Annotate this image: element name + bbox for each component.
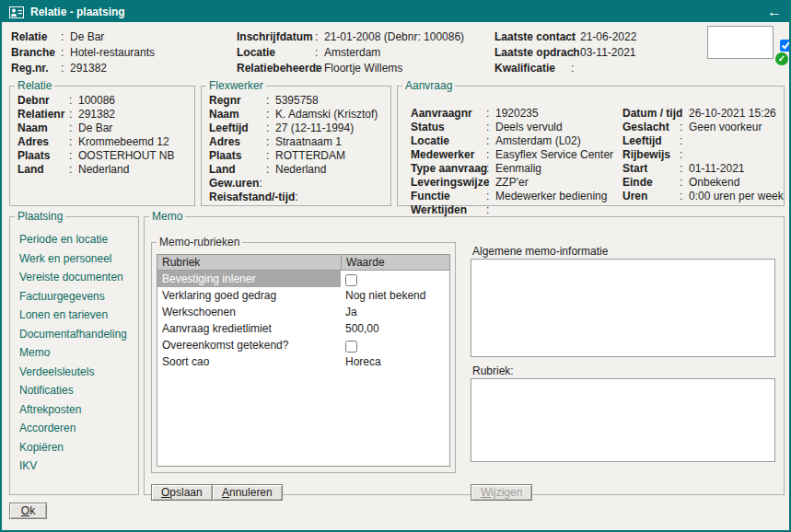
info-value: De Bar xyxy=(70,29,104,45)
table-row[interactable]: Overeenkomst getekend? xyxy=(157,337,449,353)
info-label: Status xyxy=(411,121,486,134)
header-column-3: Laatste contact:21-06-2022 Laatste opdra… xyxy=(494,29,636,76)
info-value: Nederland xyxy=(78,163,129,177)
info-row: Naam:K. Adamski (Krisztof) xyxy=(202,108,390,121)
plaatsing-item-notificaties[interactable]: Notificaties xyxy=(10,381,138,400)
plaatsing-item-documentafhandeling[interactable]: Documentafhandeling xyxy=(10,325,138,344)
info-row: Aanvraagnr:1920235 xyxy=(403,107,613,121)
header-column-2: Inschrijfdatum:21-01-2008 (Debnr: 100086… xyxy=(237,29,464,76)
info-label: Reg.nr. xyxy=(11,61,61,76)
info-value: 01-11-2021 xyxy=(689,162,745,176)
info-label: Naam xyxy=(17,121,69,135)
relatie-plaatsing-window: Relatie - plaatsing ← Relatie:De Bar Bra… xyxy=(0,0,791,532)
table-row[interactable]: Soort cao Horeca xyxy=(157,353,449,370)
info-row: Leeftijd:27 (12-11-1994) xyxy=(202,121,390,135)
relatie-legend: Relatie xyxy=(15,79,54,92)
info-row: Adres:Straatnaam 1 xyxy=(202,135,390,149)
info-label: Leveringswijze xyxy=(411,176,486,190)
info-row: Reisafstand/-tijd: xyxy=(202,191,390,204)
info-row: Type aanvraag:Eenmalig xyxy=(403,162,613,176)
plaatsing-item-lonen-en-tarieven[interactable]: Lonen en tarieven xyxy=(10,306,138,325)
info-row: Uren:0:00 uren per week xyxy=(615,190,784,203)
plaatsing-item-accorderen[interactable]: Accorderen xyxy=(10,419,138,438)
info-value: K. Adamski (Krisztof) xyxy=(275,108,378,121)
aanvraag-legend: Aanvraag xyxy=(402,79,455,92)
info-label: Leeftijd xyxy=(622,134,680,148)
memo-rubrieken-legend: Memo-rubrieken xyxy=(157,236,242,249)
bevestiging-inlener-checkbox[interactable] xyxy=(345,274,357,286)
plaatsing-menu: Periode en locatie Werk en personeel Ver… xyxy=(10,225,138,476)
info-label: Land xyxy=(17,163,69,177)
table-row[interactable]: Werkschoenen Ja xyxy=(157,304,449,320)
plaatsing-item-aftrekposten[interactable]: Aftrekposten xyxy=(10,400,138,420)
info-value: 291382 xyxy=(78,108,115,121)
info-row: Inschrijfdatum:21-01-2008 (Debnr: 100086… xyxy=(237,29,464,45)
info-label: Reisafstand/-tijd xyxy=(209,191,295,204)
info-row: Locatie:Amsterdam (L02) xyxy=(403,134,613,148)
info-value: 0:00 uren per week xyxy=(689,190,784,203)
plaatsing-item-werk-en-personeel[interactable]: Werk en personeel xyxy=(10,249,138,269)
plaatsing-groupbox: Plaatsing Periode en locatie Werk en per… xyxy=(9,210,139,495)
modify-button[interactable]: Wijzigen xyxy=(471,484,532,501)
info-label: Naam xyxy=(209,108,266,121)
info-value: De Bar xyxy=(78,121,112,135)
flexwerker-groupbox: Flexwerker Regnr:5395758 Naam:K. Adamski… xyxy=(201,79,391,206)
cancel-button[interactable]: Annuleren xyxy=(212,484,283,501)
info-label: Laatste contact xyxy=(494,29,571,45)
back-arrow-icon[interactable]: ← xyxy=(767,3,782,21)
table-row[interactable]: Verklaring goed gedrag Nog niet bekend xyxy=(157,287,449,304)
info-value: 27 (12-11-1994) xyxy=(275,121,354,135)
info-label: Plaats xyxy=(209,149,266,163)
info-label: Adres xyxy=(17,135,69,149)
aanvraag-right-column: Datum / tijd26-10-2021 15:26 Geslacht:Ge… xyxy=(615,107,784,203)
info-value: 26-10-2021 15:26 xyxy=(689,107,776,121)
plaatsing-item-kopieren[interactable]: Kopiëren xyxy=(10,438,138,457)
info-value: Straatnaam 1 xyxy=(275,135,342,149)
info-value: Geen voorkeur xyxy=(689,121,762,134)
info-value: 5395758 xyxy=(275,94,319,108)
info-label: Datum / tijd xyxy=(622,107,680,121)
info-row: Plaats:OOSTERHOUT NB xyxy=(10,149,194,163)
info-label: Rijbewijs xyxy=(622,148,680,162)
info-row: Start:01-11-2021 xyxy=(615,162,784,176)
info-value: Onbekend xyxy=(689,176,739,190)
plaatsing-item-factuurgegevens[interactable]: Factuurgegevens xyxy=(10,287,138,306)
info-value: Floortje Willems xyxy=(324,61,402,76)
algemene-memo-textarea[interactable] xyxy=(471,259,775,357)
plaatsing-item-ikv[interactable]: IKV xyxy=(10,457,138,476)
info-row: Geslacht:Geen voorkeur xyxy=(615,121,784,134)
info-value: 21-01-2008 (Debnr: 100086) xyxy=(324,29,464,45)
info-row: Relatienr:291382 xyxy=(10,108,194,121)
info-value: 21-06-2022 xyxy=(580,29,636,45)
memo-rubrieken-table: Rubriek Waarde Bevestiging inlener Verkl… xyxy=(157,254,450,467)
info-row: Branche:Hotel-restaurants xyxy=(11,45,155,61)
table-row[interactable]: Aanvraag kredietlimiet 500,00 xyxy=(157,320,449,337)
table-header-row: Rubriek Waarde xyxy=(157,255,449,271)
plaatsing-item-verdeelsleutels[interactable]: Verdeelsleutels xyxy=(10,363,138,382)
plaatsing-legend: Plaatsing xyxy=(15,210,65,223)
info-row: Gew.uren: xyxy=(202,177,390,191)
plaatsing-item-memo[interactable]: Memo xyxy=(10,343,138,363)
plaatsing-item-vereiste-documenten[interactable]: Vereiste documenten xyxy=(10,268,138,287)
rubriek-textarea[interactable] xyxy=(471,378,775,462)
info-value: Medewerker bediening xyxy=(495,190,607,203)
header-checkbox[interactable] xyxy=(780,40,791,52)
info-value: 291382 xyxy=(70,61,107,76)
info-label: Geslacht xyxy=(622,121,680,134)
ok-button[interactable]: Ok xyxy=(9,503,47,519)
info-label: Locatie xyxy=(411,134,486,148)
save-button[interactable]: Opslaan xyxy=(151,484,213,501)
plaatsing-item-periode-en-locatie[interactable]: Periode en locatie xyxy=(10,230,138,249)
info-value: Eenmalig xyxy=(495,162,541,176)
overeenkomst-getekend-checkbox[interactable] xyxy=(345,341,357,353)
info-row: Status:Deels vervuld xyxy=(403,121,613,134)
info-label: Leeftijd xyxy=(209,121,266,135)
info-label: Locatie xyxy=(237,45,315,61)
info-row: Reg.nr.:291382 xyxy=(11,61,155,76)
info-label: Kwalificatie xyxy=(494,61,571,76)
info-row: Regnr:5395758 xyxy=(202,94,390,108)
table-row[interactable]: Bevestiging inlener xyxy=(157,271,449,287)
info-label: Debnr xyxy=(17,94,69,108)
info-label: Start xyxy=(622,162,680,176)
info-row: Functie:Medewerker bediening xyxy=(403,190,613,203)
